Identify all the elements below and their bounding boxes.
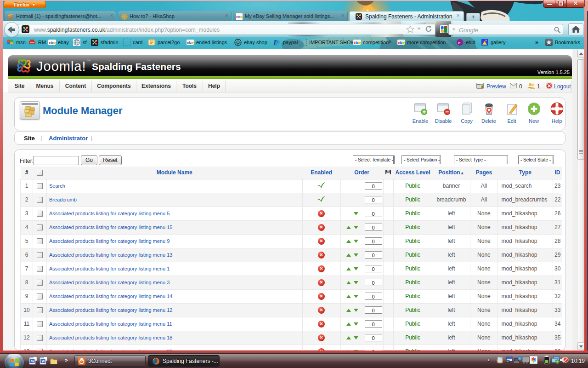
svg-text:W: W — [41, 359, 45, 363]
svg-text:ebay: ebay — [398, 40, 405, 45]
svg-text:ebay: ebay — [187, 40, 194, 45]
svg-text:ebay: ebay — [354, 40, 361, 45]
svg-text:e: e — [458, 40, 461, 45]
svg-text:ebay: ebay — [236, 15, 243, 19]
svg-text:ebay: ebay — [49, 40, 56, 45]
svg-text:W: W — [31, 359, 34, 363]
svg-text:P: P — [275, 39, 280, 46]
